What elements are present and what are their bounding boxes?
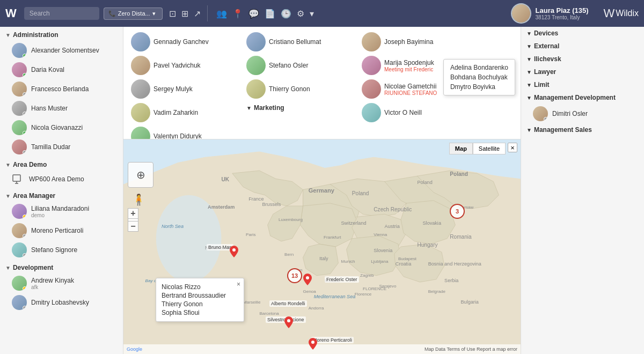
search-input[interactable] bbox=[24, 7, 99, 20]
phone-selector[interactable]: 📞 Zero Dista... ▾ bbox=[104, 8, 163, 20]
forward-icon[interactable]: ↗ bbox=[194, 9, 201, 19]
svg-text:Slovenia: Slovenia bbox=[374, 248, 393, 253]
popup-item: Bertrand Broussaudier bbox=[162, 291, 233, 300]
contact-item[interactable]: Stefano Osler bbox=[243, 54, 364, 77]
avatar bbox=[12, 295, 27, 310]
svg-point-50 bbox=[306, 276, 309, 279]
sidebar-item[interactable]: Daria Koval bbox=[0, 60, 123, 79]
sidebar-item[interactable]: Nicola Giovanazzi bbox=[0, 118, 123, 137]
svg-text:Brussels: Brussels bbox=[262, 202, 281, 207]
sidebar-item[interactable]: Dmitry Lobashevsky bbox=[0, 293, 123, 312]
sidebar-item[interactable]: Hans Muster bbox=[0, 99, 123, 118]
collapse-arrow: ▼ bbox=[5, 193, 11, 199]
satellite-button[interactable]: Satellite bbox=[473, 143, 506, 154]
sidebar-item[interactable]: Andrew Kinyak afk bbox=[0, 274, 123, 293]
map-close-button[interactable]: × bbox=[508, 143, 517, 152]
sidebar-item[interactable]: Tamilla Dudar bbox=[0, 137, 123, 157]
group-header-administration[interactable]: ▼ Administration bbox=[0, 27, 123, 41]
avatar bbox=[246, 32, 266, 51]
group-label: Management Development bbox=[534, 94, 616, 101]
group-label: Ilichevsk bbox=[534, 55, 561, 63]
svg-text:Ljubljana: Ljubljana bbox=[371, 259, 389, 264]
contact-item[interactable]: Sergey Mulyk bbox=[128, 77, 248, 101]
topbar: W 📞 Zero Dista... ▾ ⊡ ⊞ ↗ 👥 📍 💬 📄 🕒 ⚙ ▾ … bbox=[0, 0, 644, 27]
avatar bbox=[511, 3, 531, 24]
contacts-icon[interactable]: 👥 bbox=[216, 9, 227, 19]
popup-close-button[interactable]: × bbox=[237, 281, 240, 288]
svg-text:Germany: Germany bbox=[309, 187, 335, 194]
contact-item[interactable]: Gennadiy Ganchev bbox=[128, 30, 248, 54]
group-header-area-demo[interactable]: ▼ Area Demo bbox=[0, 157, 123, 171]
avatar bbox=[131, 32, 150, 51]
group-header-development[interactable]: ▼ Development bbox=[0, 260, 123, 274]
map-cluster-13[interactable]: 13 bbox=[287, 268, 302, 283]
pegman-icon[interactable]: 🧍 bbox=[132, 193, 145, 206]
avatar bbox=[12, 120, 27, 135]
contact-item[interactable]: Cristiano Bellumat bbox=[243, 30, 364, 54]
svg-text:Slovakia: Slovakia bbox=[423, 220, 442, 226]
contact-item[interactable]: Valentyn Diduryk bbox=[128, 124, 248, 139]
sidebar-item-wp600[interactable]: WP600 Area Demo bbox=[0, 171, 123, 188]
svg-text:Bern: Bern bbox=[284, 252, 294, 257]
history-icon[interactable]: 🕒 bbox=[281, 9, 291, 19]
contact-item[interactable]: Pavel Yadvichuk bbox=[128, 54, 248, 77]
svg-text:Florence: Florence bbox=[355, 292, 372, 297]
group-label: Management Sales bbox=[534, 126, 592, 134]
document-icon[interactable]: 📄 bbox=[265, 9, 275, 19]
close-icon: × bbox=[510, 144, 515, 152]
location-icon[interactable]: 📍 bbox=[232, 9, 243, 19]
copy-icon[interactable]: ⊡ bbox=[169, 9, 176, 19]
group-header-lawyer[interactable]: ▼ Lawyer bbox=[521, 65, 644, 78]
contact-item[interactable]: Victor O Neill bbox=[358, 101, 479, 124]
main-content: ▼ Administration Alexander Solomentsev D… bbox=[0, 27, 644, 354]
user-profile[interactable]: Laura Piaz (135) 38123 Trento, Italy bbox=[511, 3, 589, 24]
group-header-external[interactable]: ▼ External bbox=[521, 40, 644, 53]
popup-item: Thierry Gonon bbox=[162, 300, 233, 308]
contact-item[interactable]: Joseph Bayimina bbox=[358, 30, 479, 54]
group-header-mgmt-sales[interactable]: ▼ Management Sales bbox=[521, 123, 644, 136]
group-header-devices[interactable]: ▼ Devices bbox=[521, 27, 644, 40]
svg-text:Frankfurt: Frankfurt bbox=[324, 235, 341, 240]
sidebar-item[interactable]: Liliana Mandaradoni demo bbox=[0, 202, 123, 221]
collapse-arrow: ▼ bbox=[5, 32, 11, 38]
zoom-in-button[interactable]: + bbox=[128, 208, 138, 219]
avatar bbox=[12, 223, 27, 238]
map-label: Moreno Perticaroli bbox=[311, 337, 354, 343]
contact-item[interactable]: Thierry Gonon bbox=[243, 77, 364, 101]
group-header-limit[interactable]: ▼ Limit bbox=[521, 78, 644, 91]
chat-icon[interactable]: 💬 bbox=[248, 9, 259, 19]
group-label: Development bbox=[13, 264, 53, 271]
group-header-mgmt-dev[interactable]: ▼ Management Development bbox=[521, 91, 644, 104]
svg-text:Amsterdam: Amsterdam bbox=[208, 204, 235, 210]
sidebar-item[interactable]: Alexander Solomentsev bbox=[0, 41, 123, 60]
settings-icon[interactable]: ⚙ bbox=[297, 9, 304, 19]
avatar bbox=[12, 276, 27, 291]
svg-text:Vienna: Vienna bbox=[374, 232, 387, 237]
sidebar-item[interactable]: Moreno Perticaroli bbox=[0, 221, 123, 240]
group-row-marketing[interactable]: ▼ Marketing bbox=[243, 101, 358, 113]
avatar bbox=[12, 204, 27, 219]
zoom-controls: + − bbox=[128, 208, 138, 232]
popup-item: Bohdana Bochulyak bbox=[450, 72, 508, 82]
svg-text:Poland: Poland bbox=[450, 171, 468, 177]
paste-icon[interactable]: ⊞ bbox=[181, 9, 188, 19]
contact-item[interactable]: Vadim Zaharkin bbox=[128, 101, 248, 124]
sidebar-item[interactable]: Francesco Berlanda bbox=[0, 79, 123, 99]
avatar bbox=[12, 82, 27, 97]
sidebar-item[interactable]: Stefano Signore bbox=[0, 240, 123, 260]
collapse-arrow: ▼ bbox=[5, 162, 11, 168]
group-header-ilichevsk[interactable]: ▼ Ilichevsk bbox=[521, 53, 644, 65]
group-header-area-manager[interactable]: ▼ Area Manager bbox=[0, 188, 123, 202]
avatar bbox=[131, 79, 150, 99]
group-label: Area Demo bbox=[13, 161, 47, 168]
map-cluster-3-right[interactable]: 3 bbox=[450, 204, 465, 219]
nav-cross[interactable]: ⊕ bbox=[128, 162, 153, 188]
user-info: Laura Piaz (135) 38123 Trento, Italy bbox=[536, 6, 589, 20]
zoom-out-button[interactable]: − bbox=[128, 221, 138, 232]
toolbar-icons: ⊡ ⊞ ↗ bbox=[169, 9, 201, 19]
sidebar-item[interactable]: Dimitri Osler bbox=[521, 104, 644, 123]
popup-item: Adelina Bondarenko bbox=[450, 63, 508, 72]
svg-text:Genoa: Genoa bbox=[303, 289, 317, 294]
chevron-down-icon[interactable]: ▾ bbox=[310, 9, 314, 19]
map-button[interactable]: Map bbox=[449, 143, 473, 154]
